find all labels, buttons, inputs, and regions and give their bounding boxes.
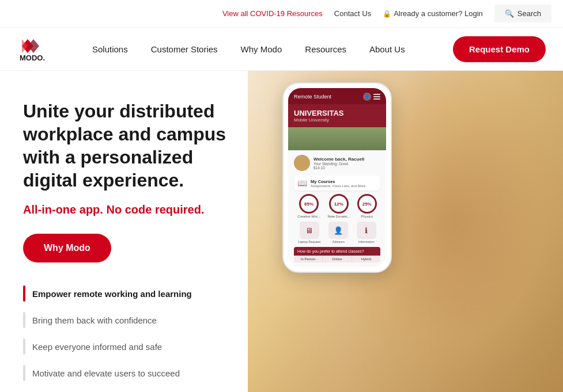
phone-icon-item-0: 🖥 Laptop Request [298,222,320,243]
phone-circle-label-0: Creative Writ... [297,215,320,218]
hero-subheadline: All-in-one app. No code required. [23,203,231,216]
feature-inactive-bar [23,312,25,328]
phone-welcome-text: Welcome back, Racuell [313,157,364,162]
phone-welcome-row: Welcome back, Racuell Your Standing: Goo… [294,155,380,171]
modo-logo: MODO. [17,35,63,63]
phone-header: Remote Student 👤 [288,88,386,104]
svg-marker-1 [28,39,39,53]
phone-advisors-icon: 👤 [328,222,348,239]
nav-item-resources[interactable]: Resources [305,44,346,54]
lock-icon: 🔒 [383,10,391,18]
feature-item-2[interactable]: Bring them back with confidence [23,312,231,328]
feature-active-bar [23,286,25,302]
nav-item-about-us[interactable]: About Us [369,44,405,54]
phone-circle-label-2: Physics [361,215,373,218]
phone-poll-options: In Person Online Hybrid [294,256,380,262]
phone-laptop-icon: 🖥 [300,222,319,239]
phone-university-sub: Mobile University [294,117,380,123]
feature-item-4[interactable]: Motivate and elevate users to succeed [23,365,231,381]
phone-circle-item-2: 25% Physics [357,194,377,218]
phone-circle-0: 85% [299,194,319,214]
nav-item-customer-stories[interactable]: Customer Stories [151,44,218,54]
main-nav: MODO. Solutions Customer Stories Why Mod… [0,28,563,71]
phone-poll-bar: How do you prefer to attend classes? [294,247,380,256]
phone-campus-image [288,127,386,150]
phone-icons-row: 🖥 Laptop Request 👤 Advisors ℹ Informatio… [294,222,380,243]
phone-circle-2: 25% [357,194,377,214]
feature-inactive-bar [23,338,25,355]
phone-header-text: Remote Student [294,94,331,100]
svg-text:MODO.: MODO. [20,54,45,62]
phone-avatar [294,155,310,171]
nav-item-solutions[interactable]: Solutions [92,44,128,54]
phone-header-icons: 👤 [363,93,380,101]
feature-list: Empower remote working and learning Brin… [23,286,231,381]
search-button[interactable]: 🔍 Search [494,5,551,22]
request-demo-button[interactable]: Request Demo [453,36,546,62]
hero-headline: Unite your distributed workplace and cam… [23,100,231,192]
phone-content: Welcome back, Racuell Your Standing: Goo… [288,150,386,267]
search-icon: 🔍 [505,9,514,18]
phone-circle-item-1: 12% Note Donate... [327,194,350,218]
why-modo-button[interactable]: Why Modo [23,234,111,262]
phone-poll-option-2: Hybrid [352,256,380,262]
phone-menu-icon [373,94,380,100]
phone-circle-label-1: Note Donate... [327,215,350,218]
top-bar: View all COVID-19 Resources Contact Us 🔒… [0,0,563,28]
phone-inner: Remote Student 👤 [288,88,386,267]
phone-university-name: UNIVERSITAS [294,109,380,117]
phone-icon-item-1: 👤 Advisors [328,222,348,243]
phone-university-banner: UNIVERSITAS Mobile University [288,104,386,127]
feature-item-3[interactable]: Keep everyone informed and safe [23,338,231,355]
phone-courses-label: My Courses [311,179,366,184]
feature-item-1[interactable]: Empower remote working and learning [23,286,231,302]
phone-circles-row: 85% Creative Writ... 12% Note Donate... … [294,194,380,218]
covid-link[interactable]: View all COVID-19 Resources [222,9,323,18]
hero-right: Remote Student 👤 [248,71,563,392]
nav-item-why-modo[interactable]: Why Modo [241,44,282,54]
phone-balance: $14.10 [313,166,364,170]
phone-courses-sub: Assignments, Class Lists, and More. [311,184,366,188]
phone-icon-label-2: Information [358,240,375,243]
phone-icon-label-0: Laptop Request [298,240,320,243]
hero-section: Unite your distributed workplace and cam… [0,71,563,392]
phone-courses-row: 📖 My Courses Assignments, Class Lists, a… [294,176,380,191]
logo-link[interactable]: MODO. [17,35,63,63]
phone-circle-1: 12% [329,194,349,214]
nav-links: Solutions Customer Stories Why Modo Reso… [92,44,453,54]
phone-standing-text: Your Standing: Good [313,162,364,166]
login-link[interactable]: 🔒 Already a customer? Login [383,9,483,18]
phone-book-icon: 📖 [297,178,307,188]
hero-left: Unite your distributed workplace and cam… [0,71,248,392]
phone-circle-item-0: 85% Creative Writ... [297,194,320,218]
phone-poll-option-1: Online [323,256,352,262]
contact-link[interactable]: Contact Us [334,9,371,18]
phone-poll-option-0: In Person [294,256,323,262]
phone-info-icon: ℹ [357,222,376,239]
phone-icon-item-2: ℹ Information [357,222,376,243]
phone-mockup: Remote Student 👤 [282,82,392,273]
phone-icon-label-1: Advisors [332,240,345,243]
feature-inactive-bar [23,365,25,381]
phone-outer: Remote Student 👤 [282,82,392,273]
phone-user-icon: 👤 [363,93,371,101]
